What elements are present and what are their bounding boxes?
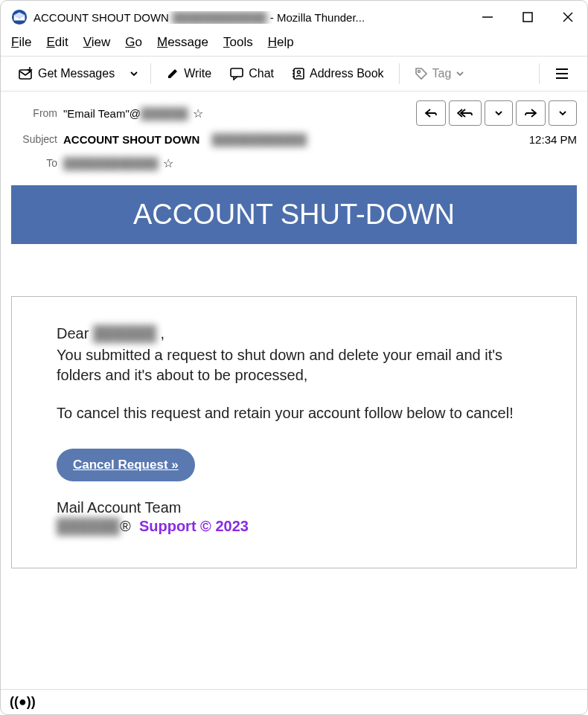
get-messages-button[interactable]: Get Messages	[11, 62, 122, 85]
chat-label: Chat	[249, 67, 274, 80]
message-content: Dear ██████ , You submitted a request to…	[11, 296, 577, 568]
address-book-icon	[292, 67, 305, 80]
from-row: From "Email Team"@██████ ☆	[1, 99, 587, 127]
to-value: ████████████	[63, 157, 159, 170]
menu-edit[interactable]: Edit	[46, 35, 68, 50]
to-label: To	[11, 157, 57, 169]
menubar: File Edit View Go Message Tools Help	[1, 33, 587, 56]
subject-row: Subject ACCOUNT SHOUT DOWN ████████████ …	[1, 127, 587, 151]
paragraph-1: You submitted a request to shut down and…	[57, 345, 549, 385]
toolbar: Get Messages Write Chat Address Book Tag	[1, 56, 587, 92]
menu-view[interactable]: View	[83, 35, 111, 50]
banner-heading: ACCOUNT SHUT-DOWN	[11, 185, 577, 244]
statusbar: ((●))	[1, 689, 587, 714]
svg-point-12	[418, 71, 420, 73]
cancel-request-button[interactable]: Cancel Request »	[57, 449, 195, 481]
star-icon[interactable]: ☆	[193, 106, 203, 121]
minimize-button[interactable]	[479, 8, 496, 26]
from-value: "Email Team"@██████	[63, 107, 188, 120]
svg-rect-2	[523, 13, 532, 22]
app-icon	[11, 9, 28, 25]
get-messages-label: Get Messages	[38, 67, 115, 80]
tag-icon	[415, 67, 428, 80]
tag-button[interactable]: Tag	[407, 62, 473, 85]
menu-message[interactable]: Message	[157, 35, 208, 50]
signature-line1: Mail Account Team	[57, 499, 549, 516]
menu-help[interactable]: Help	[268, 35, 294, 50]
reply-dropdown[interactable]	[485, 100, 513, 126]
maximize-button[interactable]	[519, 8, 537, 26]
menu-tools[interactable]: Tools	[223, 35, 253, 50]
message-time: 12:34 PM	[529, 133, 577, 146]
chevron-down-icon	[456, 69, 464, 78]
message-body: ACCOUNT SHUT-DOWN Dear ██████ , You subm…	[1, 182, 587, 689]
greeting: Dear ██████ ,	[57, 324, 549, 344]
get-messages-dropdown[interactable]	[125, 66, 143, 81]
paragraph-2: To cancel this request and retain your a…	[57, 403, 549, 423]
chat-button[interactable]: Chat	[222, 62, 281, 85]
star-icon[interactable]: ☆	[163, 156, 173, 170]
signature-line2: ██████® Support © 2023	[57, 518, 549, 535]
reply-button[interactable]	[416, 100, 446, 126]
to-row: To ████████████ ☆	[1, 151, 587, 175]
activity-icon[interactable]: ((●))	[10, 694, 36, 710]
titlebar: ACCOUNT SHOUT DOWN ████████████ - Mozill…	[1, 1, 587, 33]
write-button[interactable]: Write	[159, 62, 219, 85]
menu-go[interactable]: Go	[125, 35, 142, 50]
close-button[interactable]	[559, 8, 577, 26]
menu-file[interactable]: File	[11, 35, 31, 50]
subject-value: ACCOUNT SHOUT DOWN ████████████	[63, 133, 307, 146]
pencil-icon	[166, 67, 179, 80]
from-label: From	[11, 107, 57, 119]
forward-button[interactable]	[516, 100, 546, 126]
tag-label: Tag	[432, 67, 452, 80]
window-title: ACCOUNT SHOUT DOWN ████████████ - Mozill…	[33, 11, 464, 24]
address-book-button[interactable]: Address Book	[284, 62, 392, 85]
address-book-label: Address Book	[310, 67, 384, 80]
chat-icon	[229, 67, 244, 80]
write-label: Write	[184, 67, 211, 80]
download-icon	[19, 67, 33, 80]
svg-point-8	[298, 71, 301, 74]
app-menu-button[interactable]	[547, 63, 577, 84]
more-dropdown[interactable]	[549, 100, 577, 126]
subject-label: Subject	[11, 133, 57, 145]
reply-all-button[interactable]	[449, 100, 482, 126]
svg-rect-6	[231, 68, 243, 77]
